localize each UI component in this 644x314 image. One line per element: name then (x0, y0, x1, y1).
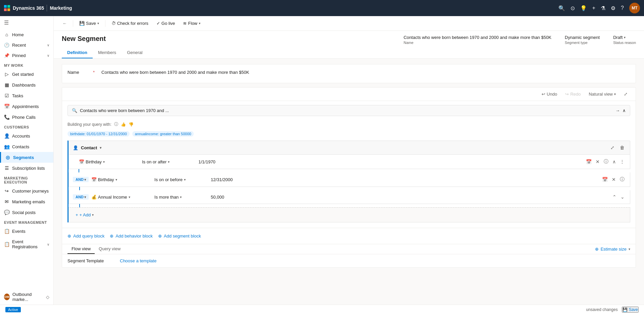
tab-members[interactable]: Members (93, 47, 122, 58)
add-segment-block-button[interactable]: ⊕ Add segment block (158, 232, 201, 240)
estimate-size-button[interactable]: ⊕ Estimate size ▾ (595, 245, 630, 253)
condition-field-2[interactable]: 💰 Annual Income ▾ (91, 195, 152, 200)
share-button[interactable]: ⤢ (609, 144, 616, 151)
sidebar-item-home[interactable]: ⌂ Home (0, 29, 53, 40)
condition-field-0[interactable]: 📅 Birthday ▾ (79, 159, 139, 164)
flow-button[interactable]: ≋ Flow ▾ (180, 19, 203, 28)
sidebar-item-recent[interactable]: 🕐 Recent ∨ (0, 40, 53, 50)
filter-icon[interactable]: ⚗ (601, 5, 605, 11)
condition-op-0[interactable]: Is on or after ▾ (142, 159, 196, 164)
status-save-button[interactable]: 💾 Save (622, 307, 639, 313)
expand-button[interactable]: ⤢ (621, 90, 630, 98)
sidebar-item-marketing-emails[interactable]: ✉ Marketing emails (0, 196, 53, 207)
natural-view-button[interactable]: Natural view ▾ (586, 90, 618, 98)
tab-query-view[interactable]: Query view (95, 244, 125, 254)
sidebar-item-appointments[interactable]: 📅 Appointments (0, 101, 53, 112)
connector-and-1[interactable]: AND ▾ (73, 177, 89, 182)
sidebar-item-outbound[interactable]: OM Outbound marke... ◇ (0, 289, 53, 305)
choose-template-link[interactable]: Choose a template (120, 258, 156, 263)
sidebar-item-subscription-lists[interactable]: ☰ Subscription lists (0, 163, 53, 173)
move-up-btn-0[interactable]: ∧ (611, 158, 617, 165)
delete-block-button[interactable]: 🗑 (618, 144, 626, 151)
sidebar-item-segments[interactable]: ◎ Segments (0, 152, 53, 163)
settings-icon[interactable]: ⚙ (611, 5, 615, 11)
query-tags: birthdate: 01/01/1970 - 12/31/2000 annua… (62, 130, 636, 141)
info-icon: ⓘ (114, 121, 118, 127)
field-chevron-1: ▾ (116, 178, 117, 181)
sidebar-item-event-registrations[interactable]: 📋 Event Registrations ∨ (0, 237, 53, 252)
sidebar-item-accounts[interactable]: 👤 Accounts (0, 130, 53, 141)
lightbulb-icon[interactable]: 💡 (580, 5, 587, 11)
check-errors-button[interactable]: ⏱ Check for errors (108, 19, 152, 28)
sidebar-item-dashboards[interactable]: ▦ Dashboards (0, 80, 53, 90)
calendar-btn-0[interactable]: 📅 (585, 158, 593, 165)
sidebar-item-social-posts[interactable]: 💬 Social posts (0, 207, 53, 218)
condition-value-2[interactable]: 50,000 (211, 195, 244, 200)
info-btn-0[interactable]: ⓘ (602, 158, 610, 165)
condition-value-0[interactable]: 1/1/1970 (198, 159, 232, 164)
record-title: New Segment (62, 35, 106, 43)
thumbs-up-icon[interactable]: 👍 (121, 122, 126, 127)
tab-general[interactable]: General (122, 47, 148, 58)
estimate-icon: ⊕ (595, 247, 599, 252)
user-avatar[interactable]: MT (629, 3, 640, 13)
sidebar-item-phone-calls[interactable]: 📞 Phone Calls (0, 112, 53, 122)
help-icon[interactable]: ? (621, 5, 624, 11)
op-chevron-2: ▾ (180, 195, 182, 199)
add-icon[interactable]: + (592, 5, 595, 11)
info-btn-1[interactable]: ⓘ (618, 176, 626, 183)
add-query-block-button[interactable]: ⊕ Add query block (67, 232, 104, 240)
dashboards-icon: ▦ (4, 82, 9, 88)
search-icon[interactable]: 🔍 (558, 5, 565, 11)
calendar-btn-1[interactable]: 📅 (601, 176, 609, 183)
op-chevron-0: ▾ (168, 160, 170, 164)
query-collapse-icon[interactable]: ∧ (623, 108, 626, 113)
sidebar-item-contacts[interactable]: 👥 Contacts (0, 141, 53, 152)
connector-and-2[interactable]: AND ▾ (73, 194, 89, 200)
sidebar-item-events[interactable]: 📋 Events (0, 226, 53, 237)
status-save-icon: 💾 (623, 307, 628, 312)
app-logo[interactable]: Dynamics 365 Marketing (4, 5, 72, 11)
remove-btn-1[interactable]: ✕ (610, 176, 617, 183)
query-arrow-icon[interactable]: → (615, 108, 620, 113)
condition-op-1[interactable]: Is on or before ▾ (154, 177, 208, 182)
record-name-value: Contacts who were born between 1970 and … (404, 35, 551, 40)
expand-btn-2[interactable]: ⌃ (611, 194, 618, 200)
add-condition-button[interactable]: + + Add ▾ (73, 211, 96, 219)
sidebar-toggle[interactable]: ☰ (0, 16, 53, 29)
contact-block-icon: 👤 (73, 145, 78, 150)
expand-dn-btn-2[interactable]: ⌄ (619, 194, 626, 200)
go-live-button[interactable]: ✓ Go live (153, 19, 178, 28)
query-tag-income[interactable]: annualincome: greater than 50000 (132, 131, 194, 137)
add-behavior-icon: ⊕ (110, 233, 113, 239)
command-bar: ← 💾 Save ▾ ⏱ Check for errors ✓ Go live … (54, 16, 644, 31)
tab-definition[interactable]: Definition (62, 47, 93, 58)
name-value[interactable]: Contacts who were born between 1970 and … (101, 70, 630, 75)
status-dropdown-icon[interactable]: ▾ (624, 36, 626, 39)
add-behavior-block-button[interactable]: ⊕ Add behavior block (110, 232, 153, 240)
undo-button[interactable]: ↩ Undo (539, 90, 560, 98)
income-icon: 💰 (91, 195, 97, 200)
query-ai-text[interactable]: Contacts who were born between 1970 and … (80, 108, 613, 113)
sidebar-item-get-started[interactable]: ▷ Get started (0, 69, 53, 80)
recent-icon[interactable]: ⊙ (570, 5, 575, 11)
more-btn-0[interactable]: ⋮ (618, 158, 626, 165)
back-button[interactable]: ← (59, 19, 70, 28)
event-management-header: Event management (0, 218, 53, 226)
remove-btn-0[interactable]: ✕ (594, 158, 601, 165)
redo-button[interactable]: ↪ Redo (562, 90, 583, 98)
sidebar-item-pinned[interactable]: 📌 Pinned ∨ (0, 50, 53, 61)
tab-flow-view[interactable]: Flow view (67, 244, 95, 254)
contact-block-expand-icon[interactable]: ▾ (100, 146, 101, 150)
query-tag-birthdate[interactable]: birthdate: 01/01/1970 - 12/31/2000 (67, 131, 130, 137)
sidebar-item-tasks[interactable]: ☑ Tasks (0, 90, 53, 101)
save-button[interactable]: 💾 Save ▾ (76, 19, 102, 28)
condition-field-1[interactable]: 📅 Birthday ▾ (91, 177, 152, 182)
add-segment-icon: ⊕ (158, 233, 162, 239)
condition-value-1[interactable]: 12/31/2000 (211, 177, 244, 182)
condition-op-2[interactable]: Is more than ▾ (154, 195, 208, 200)
sidebar-item-customer-journeys[interactable]: ↪ Customer journeys (0, 186, 53, 196)
thumbs-down-icon[interactable]: 👎 (129, 122, 134, 127)
flow-icon: ≋ (183, 21, 187, 26)
contacts-icon: 👥 (4, 144, 9, 149)
